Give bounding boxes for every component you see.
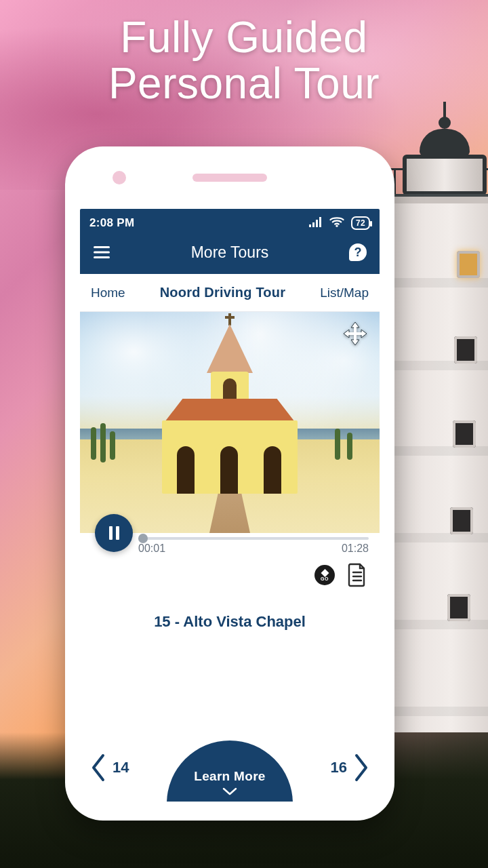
app-screen: 2:08 PM 72 More Tours ?: [80, 209, 380, 802]
learn-more-label: Learn More: [194, 769, 265, 784]
headline-line-2: Personal Tour: [0, 61, 488, 107]
poi-title: 15 - Alto Vista Chapel: [80, 595, 380, 671]
svg-rect-3: [319, 217, 321, 227]
phone-frame: 2:08 PM 72 More Tours ?: [65, 146, 394, 821]
signal-icon: [309, 216, 323, 231]
status-time: 2:08 PM: [89, 216, 134, 230]
elapsed-time: 00:01: [138, 542, 165, 555]
phone-earpiece: [192, 174, 267, 182]
svg-rect-0: [309, 224, 311, 227]
total-time: 01:28: [342, 542, 369, 555]
transcript-button[interactable]: [347, 563, 367, 587]
next-stop-button[interactable]: 16: [325, 741, 375, 802]
svg-rect-6: [94, 252, 110, 254]
svg-rect-5: [94, 246, 110, 248]
phone-front-camera: [113, 171, 126, 184]
title-bar: More Tours ?: [80, 237, 380, 274]
svg-marker-9: [351, 340, 359, 345]
progress-knob[interactable]: [138, 534, 148, 543]
marketing-headline: Fully Guided Personal Tour: [0, 15, 488, 107]
battery-pct: 72: [356, 218, 365, 228]
navigate-label: GO: [321, 576, 329, 581]
svg-marker-8: [351, 322, 359, 328]
chevron-right-icon: [352, 753, 370, 783]
bottom-nav: 14 Learn More 16: [80, 728, 380, 802]
move-arrows-icon: [343, 321, 367, 346]
audio-player: 00:01 01:28 GO: [80, 533, 380, 595]
chevron-down-icon: [222, 787, 238, 796]
previous-stop-number: 14: [113, 759, 129, 776]
chapel-illustration: [142, 365, 318, 494]
progress-track[interactable]: [138, 537, 369, 540]
pause-icon: [109, 526, 119, 540]
pan-handle[interactable]: [343, 321, 367, 346]
next-stop-number: 16: [331, 759, 347, 776]
screen-title: More Tours: [114, 243, 346, 262]
svg-rect-2: [316, 220, 318, 227]
svg-marker-11: [361, 330, 367, 338]
poi-image[interactable]: [80, 312, 380, 533]
help-button[interactable]: ?: [346, 243, 370, 261]
previous-stop-button[interactable]: 14: [84, 741, 134, 802]
menu-button[interactable]: [89, 246, 114, 258]
svg-marker-10: [344, 330, 349, 338]
learn-more-button[interactable]: Learn More: [167, 741, 293, 802]
list-map-toggle[interactable]: List/Map: [320, 285, 369, 300]
hamburger-icon: [94, 246, 110, 258]
svg-point-4: [336, 224, 338, 226]
help-icon: ?: [349, 243, 367, 261]
breadcrumb-row: Home Noord Driving Tour List/Map: [80, 274, 380, 312]
headline-line-1: Fully Guided: [0, 15, 488, 61]
svg-rect-1: [312, 222, 314, 227]
chevron-left-icon: [89, 753, 107, 783]
home-link[interactable]: Home: [91, 285, 125, 300]
navigate-button[interactable]: GO: [314, 565, 335, 585]
document-icon: [347, 563, 367, 587]
status-bar: 2:08 PM 72: [80, 209, 380, 237]
svg-rect-13: [348, 332, 362, 335]
pause-button[interactable]: [95, 514, 133, 552]
svg-rect-7: [94, 256, 110, 258]
wifi-icon: [329, 216, 344, 231]
tour-name: Noord Driving Tour: [125, 285, 321, 300]
battery-indicator: 72: [351, 216, 370, 230]
